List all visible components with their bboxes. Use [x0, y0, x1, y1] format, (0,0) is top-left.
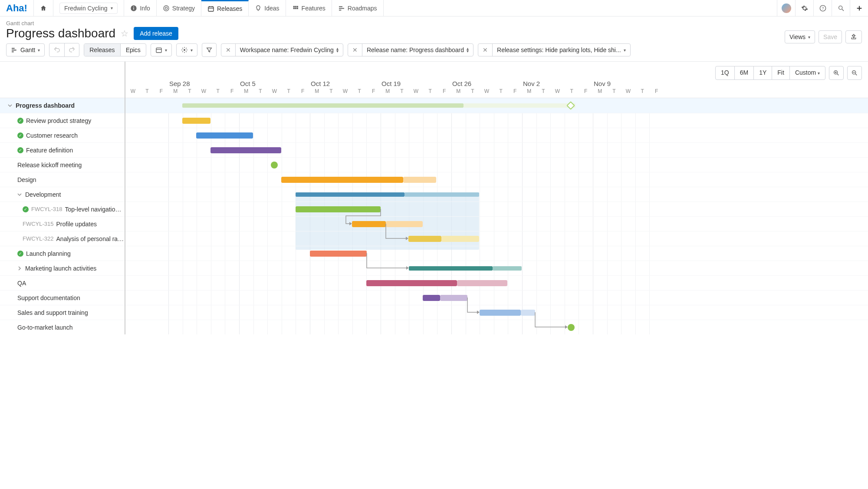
zoom-6m[interactable]: 6M	[734, 66, 753, 79]
gantt-row[interactable]	[125, 128, 868, 142]
home-button[interactable]	[34, 0, 53, 16]
zoom-out-button[interactable]	[847, 66, 862, 80]
chevron-down-icon[interactable]	[8, 103, 13, 108]
search-button[interactable]	[832, 0, 850, 16]
undo-button[interactable]	[49, 43, 64, 56]
chevron-down-icon[interactable]	[17, 192, 23, 197]
task-bar[interactable]	[196, 132, 253, 139]
chevron-right-icon[interactable]	[17, 266, 23, 271]
gantt-row[interactable]	[125, 172, 868, 187]
task-name[interactable]: Go-to-market launch	[17, 324, 73, 331]
task-bar[interactable]	[352, 221, 386, 227]
share-button[interactable]	[845, 30, 862, 43]
task-bar[interactable]	[366, 280, 457, 286]
summary-bar[interactable]	[296, 192, 404, 197]
redo-button[interactable]	[64, 43, 79, 56]
views-dropdown[interactable]: Views▾	[785, 30, 815, 43]
workspace-selector[interactable]: Fredwin Cycling ▾	[53, 0, 125, 16]
gantt-row[interactable]	[125, 275, 868, 290]
close-icon[interactable]: ✕	[221, 44, 236, 56]
zoom-1y[interactable]: 1Y	[753, 66, 772, 79]
task-bar[interactable]	[386, 221, 423, 227]
gantt-row[interactable]	[125, 231, 868, 246]
add-button[interactable]	[850, 0, 868, 16]
zoom-fit[interactable]: Fit	[772, 66, 789, 79]
task-row[interactable]: Progress dashboard	[0, 98, 125, 113]
summary-bar[interactable]	[464, 103, 575, 108]
seg-releases[interactable]: Releases	[84, 44, 120, 56]
task-row[interactable]: ✓Review product strategy	[0, 113, 125, 128]
gantt-row[interactable]	[125, 305, 868, 320]
task-row[interactable]: ✓Feature definition	[0, 142, 125, 157]
task-row[interactable]: Development	[0, 187, 125, 202]
nav-info[interactable]: Info	[124, 0, 156, 16]
task-bar[interactable]	[440, 295, 467, 301]
summary-bar[interactable]	[409, 266, 493, 271]
task-row[interactable]: Support documentation	[0, 290, 125, 305]
task-row[interactable]: ✓Launch planning	[0, 246, 125, 261]
nav-strategy[interactable]: Strategy	[157, 0, 201, 16]
milestone-dot[interactable]	[271, 162, 278, 169]
gantt-row[interactable]	[125, 98, 868, 113]
gantt-row[interactable]	[125, 113, 868, 128]
gear-dropdown[interactable]: ▾	[176, 43, 197, 56]
task-row[interactable]: Sales and support training	[0, 305, 125, 320]
milestone-dot[interactable]	[568, 324, 575, 331]
milestone-marker[interactable]	[566, 101, 575, 110]
task-name[interactable]: Launch planning	[26, 250, 71, 257]
task-bar[interactable]	[403, 177, 436, 183]
task-name[interactable]: QA	[17, 280, 26, 287]
task-row[interactable]: ✓Customer research	[0, 128, 125, 142]
seg-epics[interactable]: Epics	[120, 44, 146, 56]
task-row[interactable]: ✓FWCYL-318Top-level navigation re...	[0, 202, 125, 216]
zoom-in-button[interactable]	[829, 66, 844, 80]
task-name[interactable]: Design	[17, 176, 36, 183]
filter-release[interactable]: ✕ Release name: Progress dashboard▴▾	[348, 43, 473, 56]
task-name[interactable]: Development	[25, 191, 61, 198]
nav-roadmaps[interactable]: Roadmaps	[332, 0, 384, 16]
task-row[interactable]: Go-to-market launch	[0, 320, 125, 334]
favorite-star[interactable]: ☆	[121, 28, 128, 39]
gantt-row[interactable]	[125, 261, 868, 275]
add-release-button[interactable]: Add release	[134, 27, 178, 40]
gantt-row[interactable]	[125, 187, 868, 202]
task-bar[interactable]	[423, 295, 440, 301]
task-name[interactable]: Marketing launch activities	[25, 265, 96, 272]
zoom-custom[interactable]: Custom ▾	[789, 66, 825, 79]
task-row[interactable]: Marketing launch activities	[0, 261, 125, 275]
filter-button[interactable]	[202, 43, 217, 57]
zoom-1q[interactable]: 1Q	[716, 66, 734, 79]
help-button[interactable]: ?	[813, 0, 832, 16]
task-row[interactable]: FWCYL-315Profile updates	[0, 216, 125, 231]
gantt-dropdown[interactable]: Gantt▾	[6, 43, 45, 56]
gantt-row[interactable]	[125, 157, 868, 172]
nav-releases[interactable]: Releases	[201, 0, 249, 16]
task-name[interactable]: Profile updates	[56, 221, 97, 228]
task-bar[interactable]	[310, 251, 367, 257]
task-bar[interactable]	[441, 236, 479, 242]
filter-workspace[interactable]: ✕ Workspace name: Fredwin Cycling▴▾	[221, 43, 343, 56]
task-name[interactable]: Analysis of personal race g...	[56, 235, 125, 242]
task-bar[interactable]	[480, 310, 521, 316]
gantt-row[interactable]	[125, 216, 868, 231]
summary-bar[interactable]	[493, 266, 522, 271]
summary-bar[interactable]	[404, 192, 479, 197]
task-name[interactable]: Support documentation	[17, 294, 80, 301]
gantt-timeline[interactable]: 1Q 6M 1Y Fit Custom ▾ Sep 28Oct 5Oct 12O…	[125, 62, 868, 334]
task-name[interactable]: Release kickoff meeting	[17, 162, 82, 169]
task-name[interactable]: Customer research	[26, 132, 78, 139]
task-bar[interactable]	[408, 236, 441, 242]
task-name[interactable]: Sales and support training	[17, 309, 88, 316]
task-name[interactable]: Progress dashboard	[16, 102, 75, 109]
task-name[interactable]: Top-level navigation re...	[65, 206, 125, 213]
task-name[interactable]: Review product strategy	[26, 117, 91, 124]
task-bar[interactable]	[182, 118, 210, 124]
task-bar[interactable]	[521, 310, 535, 316]
summary-bar[interactable]	[182, 103, 464, 108]
task-row[interactable]: FWCYL-322Analysis of personal race g...	[0, 231, 125, 246]
task-bar[interactable]	[296, 206, 381, 212]
task-row[interactable]: Release kickoff meeting	[0, 157, 125, 172]
save-button[interactable]: Save	[819, 30, 842, 43]
task-bar[interactable]	[281, 177, 403, 183]
brand-logo[interactable]: Aha!	[0, 0, 34, 16]
